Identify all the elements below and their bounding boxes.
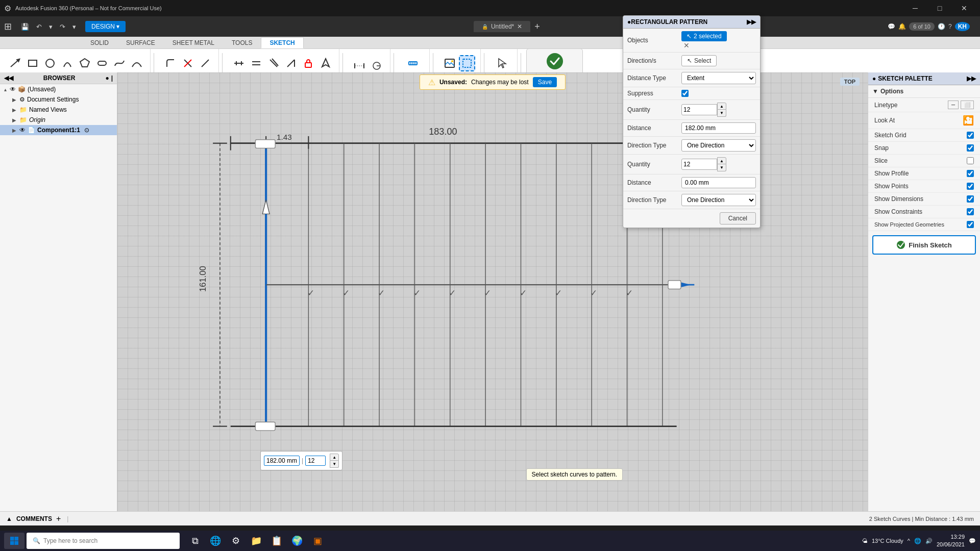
search-input[interactable] xyxy=(43,537,174,544)
comments-expand-icon[interactable]: ▲ xyxy=(6,515,12,522)
settings-taskbar-icon[interactable]: ⚙ xyxy=(227,533,245,549)
quantity2-input[interactable] xyxy=(681,159,717,170)
network-icon[interactable]: 🌐 xyxy=(914,538,921,544)
grid-icon[interactable]: ⊞ xyxy=(4,21,12,32)
direction-type-select[interactable]: One Direction Symmetric xyxy=(681,139,756,152)
insert-image-icon[interactable] xyxy=(442,55,458,71)
dimension-icon[interactable] xyxy=(351,58,368,74)
up-arrow-icon[interactable]: ^ xyxy=(908,538,910,544)
palette-expand-icon[interactable]: ▶▶ xyxy=(967,75,976,82)
quantity-input[interactable] xyxy=(681,104,717,115)
select-icon[interactable] xyxy=(494,55,510,71)
distance2-input[interactable] xyxy=(681,177,756,188)
conic-tool-icon[interactable] xyxy=(129,55,145,71)
progress-badge[interactable]: 6 of 10 xyxy=(909,22,935,31)
chat-icon[interactable]: 💬 xyxy=(888,23,895,30)
file-save-icon[interactable]: 💾 xyxy=(18,21,32,33)
design-button[interactable]: DESIGN ▾ xyxy=(85,21,126,32)
suppress-checkbox[interactable] xyxy=(681,90,689,97)
notification-center-icon[interactable]: 💬 xyxy=(969,538,976,544)
symmetric-constraint-icon[interactable] xyxy=(317,55,334,71)
distance-type-select[interactable]: Extent Spacing xyxy=(681,72,756,84)
start-button[interactable] xyxy=(4,533,24,549)
browser-item-doc-settings[interactable]: ▶ ⚙ Document Settings xyxy=(0,94,117,105)
options-section[interactable]: ▼ Options xyxy=(868,85,980,98)
show-projected-checkbox[interactable] xyxy=(967,221,974,228)
minimize-button[interactable]: ─ xyxy=(903,0,927,16)
quantity-up-button[interactable]: ▲ xyxy=(717,103,726,110)
edge-browser-icon[interactable]: 🌐 xyxy=(206,533,225,549)
redo-icon[interactable]: ↷ xyxy=(57,21,68,33)
browser-item-named-views[interactable]: ▶ 📁 Named Views xyxy=(0,105,117,115)
view-cube[interactable]: TOP xyxy=(837,78,863,108)
cancel-button[interactable]: Cancel xyxy=(720,212,756,224)
browser-collapse-icon[interactable]: ◀◀ xyxy=(4,74,13,82)
browser-item-unsaved[interactable]: ▴ 👁 📦 (Unsaved) xyxy=(0,84,117,94)
quantity2-down-button[interactable]: ▼ xyxy=(717,164,726,171)
slot-tool-icon[interactable] xyxy=(94,55,110,71)
qty-up-button[interactable]: ▲ xyxy=(330,454,339,461)
show-constraints-checkbox[interactable] xyxy=(967,208,974,215)
perpendicular-constraint-icon[interactable] xyxy=(283,55,299,71)
mini-distance-input[interactable] xyxy=(264,456,300,466)
trim-icon[interactable] xyxy=(180,55,196,71)
fillet-icon[interactable] xyxy=(162,55,179,71)
save-button[interactable]: Save xyxy=(533,77,557,87)
redo-dropdown-icon[interactable]: ▾ xyxy=(69,21,79,33)
close-tab-icon[interactable]: ✕ xyxy=(517,23,522,30)
lock-constraint-icon[interactable] xyxy=(300,55,316,71)
show-dimensions-checkbox[interactable] xyxy=(967,195,974,203)
circular-dim-icon[interactable] xyxy=(369,58,385,74)
horizontal-constraint-icon[interactable] xyxy=(231,55,247,71)
undo-dropdown-icon[interactable]: ▾ xyxy=(46,21,56,33)
look-at-icon[interactable]: 🎦 xyxy=(963,115,974,126)
task-view-icon[interactable]: ⧉ xyxy=(186,533,204,549)
finish-sketch-palette-button[interactable]: Finish Sketch xyxy=(872,235,976,255)
radio-icon[interactable]: ⊙ xyxy=(84,127,89,134)
file-manager-icon[interactable]: 📋 xyxy=(267,533,286,549)
show-profile-checkbox[interactable] xyxy=(967,170,974,177)
insert-dxf-icon[interactable] xyxy=(459,55,475,71)
close-button[interactable]: ✕ xyxy=(952,0,976,16)
undo-icon[interactable]: ↶ xyxy=(33,21,45,33)
qty-down-button[interactable]: ▼ xyxy=(330,461,339,468)
browser-pin-icon[interactable]: ● xyxy=(105,74,109,82)
mini-qty-input[interactable] xyxy=(305,456,326,466)
user-avatar[interactable]: KH xyxy=(955,22,970,31)
maximize-button[interactable]: □ xyxy=(928,0,951,16)
browser-item-origin[interactable]: ▶ 📁 Origin xyxy=(0,115,117,125)
quantity2-up-button[interactable]: ▲ xyxy=(717,157,726,164)
line-tool-icon[interactable] xyxy=(7,55,23,71)
tab-solid[interactable]: SOLID xyxy=(82,37,117,48)
tab-sketch[interactable]: SKETCH xyxy=(261,37,303,48)
clock-icon[interactable]: 🕐 xyxy=(938,23,945,30)
notification-icon[interactable]: 🔔 xyxy=(898,23,906,30)
fusion-icon[interactable]: ▣ xyxy=(308,533,327,549)
explorer-icon[interactable]: 📁 xyxy=(247,533,265,549)
show-points-checkbox[interactable] xyxy=(967,183,974,190)
eye-icon[interactable]: 👁 xyxy=(19,127,26,134)
tab-tools[interactable]: TOOLS xyxy=(223,37,261,48)
arc-tool-icon[interactable] xyxy=(59,55,76,71)
help-icon[interactable]: ? xyxy=(948,23,952,30)
tab-sheet-metal[interactable]: SHEET METAL xyxy=(164,37,223,48)
browser-item-component[interactable]: ▶ 👁 📄 Component1:1 ⊙ xyxy=(0,125,117,135)
eye-icon[interactable]: 👁 xyxy=(10,86,16,93)
browser-expand-icon[interactable]: | xyxy=(111,74,113,82)
snap-checkbox[interactable] xyxy=(967,144,974,152)
direction-type2-select[interactable]: One Direction Symmetric xyxy=(681,194,756,206)
file-tab[interactable]: 🔒 Untitled* ✕ xyxy=(474,21,530,32)
equal-constraint-icon[interactable] xyxy=(248,55,264,71)
sketch-grid-checkbox[interactable] xyxy=(967,132,974,139)
chrome-icon[interactable]: 🌍 xyxy=(288,533,306,549)
linetype-solid-icon[interactable]: ─ xyxy=(948,101,959,109)
rectangle-tool-icon[interactable] xyxy=(24,55,41,71)
quantity-down-button[interactable]: ▼ xyxy=(717,110,726,117)
circle-tool-icon[interactable] xyxy=(42,55,58,71)
clock[interactable]: 13:29 20/06/2021 xyxy=(937,533,965,549)
linetype-dashed-icon[interactable]: ⬜ xyxy=(961,101,974,109)
tab-surface[interactable]: SURFACE xyxy=(117,37,164,48)
slice-checkbox[interactable] xyxy=(967,157,974,164)
comments-add-icon[interactable]: + xyxy=(56,514,61,523)
measure-icon[interactable] xyxy=(405,55,421,71)
